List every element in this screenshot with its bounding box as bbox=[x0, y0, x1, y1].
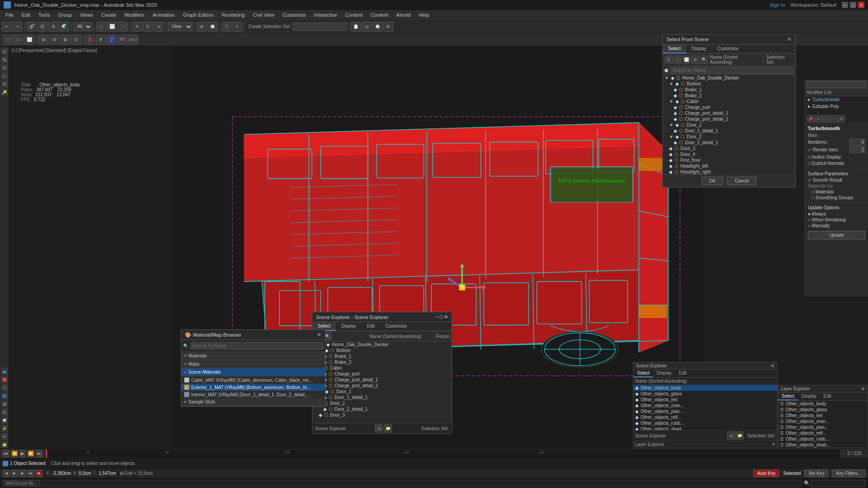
sidebar-extra4[interactable]: 🔵 bbox=[1, 392, 8, 399]
se-bottom[interactable]: ▼ ◆ ⬡ Bottom bbox=[312, 347, 452, 353]
menu-customize[interactable]: Customize bbox=[279, 11, 310, 19]
key-filters-button[interactable]: Key Filters... bbox=[832, 469, 865, 477]
se-door3[interactable]: ◆ ⬡ Door_3 bbox=[312, 412, 452, 418]
se-tab-customize[interactable]: Customize bbox=[380, 322, 412, 331]
br-tab-select[interactable]: Select bbox=[633, 370, 653, 377]
sidebar-extra5[interactable]: ◑ bbox=[1, 400, 8, 408]
materials-section-header[interactable]: + Materials bbox=[181, 352, 325, 360]
le-tab-select[interactable]: Select bbox=[778, 393, 798, 400]
mod-up-button[interactable]: ↑ bbox=[822, 115, 830, 122]
se-footer-btn1[interactable]: 🗂 bbox=[375, 424, 383, 432]
select-from-scene-close[interactable]: ✕ bbox=[787, 36, 792, 42]
scene-search-input[interactable] bbox=[670, 67, 793, 74]
modifier-item-turbosmooth[interactable]: ▶ TurboSmooth bbox=[805, 96, 868, 103]
viewport-select[interactable]: View bbox=[168, 22, 193, 31]
br-btn1[interactable]: 🗂 bbox=[727, 432, 735, 440]
scene-brake1[interactable]: ◆ ⬡ Brake_1 bbox=[663, 87, 795, 93]
scene-headlight-left[interactable]: ◆ ⬡ Headlight_left bbox=[663, 163, 795, 169]
mat-item-exterior[interactable]: Exterior_1_MAT (VRayMtl) [Bottom_aluminu… bbox=[181, 384, 325, 391]
menu-tools[interactable]: Tools bbox=[35, 11, 54, 19]
layer-button[interactable]: 🗂 bbox=[362, 22, 372, 32]
goto-start[interactable]: ⏮ bbox=[3, 450, 9, 457]
menu-animation[interactable]: Animation bbox=[149, 11, 179, 19]
scene-headlight-right[interactable]: ◆ ⬡ Headlight_right bbox=[663, 169, 795, 174]
sidebar-extra10[interactable]: 🌟 bbox=[1, 441, 8, 448]
menu-help[interactable]: Help bbox=[415, 11, 433, 19]
sidebar-create[interactable]: ⊕ bbox=[1, 48, 8, 55]
selection-set-input[interactable] bbox=[292, 23, 347, 31]
nav-prev[interactable]: ◀ bbox=[3, 470, 10, 477]
nav-play2[interactable]: ▶ bbox=[11, 470, 18, 477]
le-item-body[interactable]: ☰ Other_objects_body bbox=[778, 401, 868, 407]
se-footer-btn2[interactable]: 📁 bbox=[384, 424, 392, 432]
sidebar-extra9[interactable]: ✈ bbox=[1, 433, 8, 440]
maps-section-header[interactable]: + Maps bbox=[181, 360, 325, 368]
tab-customize[interactable]: Customize bbox=[712, 45, 744, 53]
tb2-btn4[interactable]: ⊞ bbox=[38, 35, 48, 45]
se-door2[interactable]: ◆ ⬡ Door_2 bbox=[312, 400, 452, 406]
modifier-item-editablepoly[interactable]: ▶ Editable Poly bbox=[805, 103, 868, 110]
se-door1[interactable]: ▼ ◆ ⬡ Door_1 bbox=[312, 389, 452, 394]
le-tab-edit[interactable]: Edit bbox=[820, 393, 835, 400]
le-item-rubber[interactable]: ☰ Other_objects_rubb... bbox=[778, 436, 868, 442]
mat-item-cabin[interactable]: Cabin_MAT (VRayMtl) [Cabin_aluminum, Cab… bbox=[181, 376, 325, 384]
render-setup-button[interactable]: ⚙ bbox=[383, 22, 393, 32]
layer-explorer-close[interactable]: ✕ bbox=[861, 386, 865, 391]
tb2-btn6[interactable]: ⊠ bbox=[60, 35, 70, 45]
snap-button[interactable]: 🔲 bbox=[208, 22, 217, 32]
axis-xy-button[interactable]: XY bbox=[118, 35, 127, 45]
timeline-track[interactable]: 10 50 100 150 200 bbox=[46, 450, 840, 458]
menu-group[interactable]: Group bbox=[54, 11, 75, 19]
br-item-plas[interactable]: ◆ Other_objects_plas... bbox=[633, 408, 777, 414]
nav-end[interactable]: ⏭ bbox=[27, 470, 34, 477]
tb2-btn1[interactable]: ◻ bbox=[3, 35, 13, 45]
iterations-input[interactable] bbox=[849, 139, 865, 145]
cancel-button[interactable]: Cancel bbox=[727, 177, 756, 185]
mat-item-interior[interactable]: Interior_MAT (VRayMtl) [Door_1_detail_1,… bbox=[181, 391, 325, 398]
menu-interactive[interactable]: Content bbox=[342, 11, 367, 19]
se-maximize[interactable]: □ bbox=[440, 314, 443, 320]
br-item-refl[interactable]: ◆ Other_objects_refl... bbox=[633, 414, 777, 420]
br-btn2[interactable]: 📁 bbox=[736, 432, 744, 440]
se-cpd2[interactable]: ◆ ⬡ Charge_port_detail_2 bbox=[312, 383, 452, 389]
le-tab-display[interactable]: Display bbox=[798, 393, 820, 400]
maximize-button[interactable]: □ bbox=[850, 2, 856, 8]
sidebar-extra6[interactable]: ⊞ bbox=[1, 408, 8, 416]
redo-button[interactable]: ↪ bbox=[13, 22, 23, 32]
rotate-button[interactable]: ↻ bbox=[143, 22, 153, 32]
menu-rendering[interactable]: Rendering bbox=[218, 11, 249, 19]
link-button[interactable]: 🔗 bbox=[27, 22, 37, 32]
le-item-orange[interactable]: ☰ Other_objects_oran... bbox=[778, 418, 868, 424]
scene-charge-detail1[interactable]: ◆ ⬡ Charge_port_detail_1 bbox=[663, 110, 795, 116]
sidebar-extra3[interactable]: ⬡ bbox=[1, 384, 8, 391]
scene-door4[interactable]: ◆ ⬡ Door_4 bbox=[663, 151, 795, 157]
mod-pin-button[interactable]: 📌 bbox=[807, 115, 814, 122]
menu-civil-view[interactable]: Civil View bbox=[249, 11, 278, 19]
sidebar-extra1[interactable]: 🐟 bbox=[1, 368, 8, 375]
unlink-button[interactable]: ⛓ bbox=[38, 22, 47, 32]
named-sets-button[interactable]: 📋 bbox=[351, 22, 361, 32]
le-item-plas[interactable]: ☰ Other_objects_plas... bbox=[778, 424, 868, 430]
object-name-input[interactable]: Other_objects_body bbox=[807, 81, 866, 88]
sidebar-extra2[interactable]: 🔴 bbox=[1, 376, 8, 383]
sidebar-utilities[interactable]: 🔑 bbox=[1, 89, 8, 96]
pivot-button[interactable]: ⊕ bbox=[197, 22, 207, 32]
close-button[interactable]: ✕ bbox=[858, 2, 864, 8]
tb2-btn5[interactable]: ⊟ bbox=[49, 35, 59, 45]
mod-down-button[interactable]: ↓ bbox=[830, 115, 837, 122]
scene-tb-btn2[interactable]: ◻ bbox=[674, 56, 682, 64]
scene-tb-btn1[interactable]: ☰ bbox=[665, 56, 673, 64]
bind-button[interactable]: ⚙ bbox=[48, 22, 58, 32]
se-close[interactable]: ✕ bbox=[444, 314, 448, 320]
br-tab-display[interactable]: Display bbox=[653, 370, 675, 377]
le-item-glass[interactable]: ☰ Other_objects_glass bbox=[778, 407, 868, 413]
scene-tb-btn5[interactable]: 🔍 bbox=[700, 56, 708, 64]
br-item-oran[interactable]: ◆ Other_objects_oran... bbox=[633, 403, 777, 408]
menu-graph-editors[interactable]: Graph Editors bbox=[179, 11, 217, 19]
axis-x-button[interactable]: X bbox=[85, 35, 95, 45]
mirror-button[interactable]: ⬡ bbox=[222, 22, 231, 32]
tb2-btn2[interactable]: ▷ bbox=[14, 35, 24, 45]
se-cpd1[interactable]: ◆ ⬡ Charge_port_detail_1 bbox=[312, 377, 452, 383]
nav-record[interactable]: ⏺ bbox=[35, 470, 42, 477]
sidebar-display[interactable]: 👁 bbox=[1, 80, 8, 88]
